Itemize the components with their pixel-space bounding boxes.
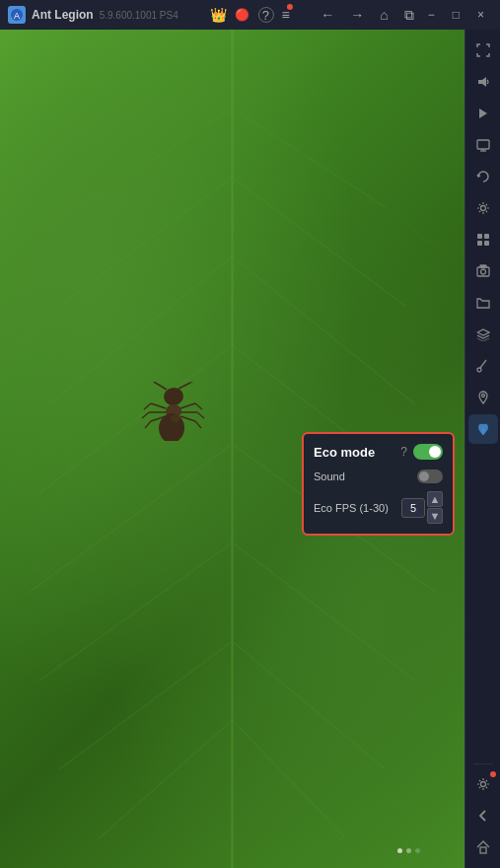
close-button[interactable]: × [469,6,492,24]
settings-bottom-button[interactable] [468,769,498,799]
media-sidebar-button[interactable] [468,99,498,128]
fps-decrement-button[interactable]: ▼ [427,508,443,524]
svg-line-17 [233,641,386,769]
app-icon: A [8,6,26,24]
svg-line-27 [179,383,190,389]
titlebar-center: 👑 🔴 ? ≡ [210,7,289,23]
sound-row: Sound [314,470,443,483]
svg-line-18 [233,720,346,838]
folder-sidebar-button[interactable] [468,288,498,318]
svg-rect-51 [484,241,489,246]
svg-line-34 [145,421,151,428]
sound-toggle[interactable] [417,470,443,483]
eco-popup-title: Eco mode [314,445,375,460]
svg-line-38 [197,412,204,418]
svg-rect-48 [477,234,482,239]
app-version: 5.9.600.1001 PS4 [100,10,179,21]
svg-line-9 [59,641,232,769]
right-sidebar [464,30,500,868]
ant [139,382,198,431]
svg-rect-49 [484,234,489,239]
svg-point-53 [480,269,485,274]
settings-sidebar-button[interactable] [468,193,498,223]
screenshot-sidebar-button[interactable] [468,256,498,286]
main-content: Eco mode ? Sound Eco FPS (1-30) 5 ▲ ▼ [0,30,500,868]
nav-back-button[interactable]: ← [315,5,340,25]
svg-point-57 [481,395,484,398]
apps-sidebar-button[interactable] [468,225,498,254]
svg-line-28 [190,382,196,383]
svg-line-7 [30,444,232,592]
svg-line-29 [151,403,166,408]
svg-line-3 [79,108,232,207]
svg-line-32 [142,412,149,418]
nav-tabs-button[interactable]: ⧉ [398,5,420,26]
sidebar-divider [473,763,493,764]
eco-popup-controls: ? [400,444,443,460]
nav-forward-button[interactable]: → [344,5,370,25]
eco-sidebar-button[interactable] [468,414,498,444]
loading-dot-1 [397,848,402,853]
fullscreen-button[interactable] [468,36,498,65]
eco-help-icon[interactable]: ? [400,445,407,459]
eco-popup-header: Eco mode ? [314,444,443,460]
restore-button[interactable]: □ [445,6,467,24]
display-sidebar-button[interactable] [468,130,498,160]
rotate-sidebar-button[interactable] [468,162,498,191]
svg-line-19 [30,207,79,247]
svg-marker-42 [478,77,486,87]
fps-row: Eco FPS (1-30) 5 ▲ ▼ [314,491,443,524]
svg-line-12 [233,178,405,306]
svg-rect-54 [480,265,486,267]
loading-dot-2 [406,848,411,853]
svg-point-47 [480,206,485,211]
svg-line-36 [195,403,202,409]
loading-indicator [397,848,420,853]
svg-line-4 [59,178,232,306]
brush-sidebar-button[interactable] [468,351,498,381]
app-name: Ant Legion [32,8,94,22]
svg-rect-60 [480,847,486,853]
game-viewport[interactable]: Eco mode ? Sound Eco FPS (1-30) 5 ▲ ▼ [0,30,464,868]
svg-rect-44 [477,140,489,149]
menu-icon[interactable]: ≡ [281,7,289,23]
fps-increment-button[interactable]: ▲ [427,491,443,507]
settings-notification-badge [490,771,496,777]
nav-home-button[interactable]: ⌂ [374,5,393,25]
minimize-button[interactable]: − [420,6,443,24]
home-bottom-button[interactable] [468,832,498,862]
svg-point-56 [477,368,481,372]
fire-icon: 🔴 [235,8,250,22]
svg-line-30 [144,403,151,409]
svg-line-40 [195,421,201,428]
svg-line-10 [99,720,232,838]
svg-rect-50 [477,241,482,246]
svg-line-11 [233,108,386,207]
svg-line-25 [154,382,167,390]
svg-line-35 [180,403,195,408]
titlebar-controls: − □ × [420,6,492,24]
svg-marker-43 [479,108,487,118]
sound-sidebar-button[interactable] [468,67,498,97]
location-sidebar-button[interactable] [468,383,498,412]
fps-label: Eco FPS (1-30) [314,502,389,514]
crown-icon: 👑 [210,7,227,23]
eco-mode-toggle[interactable] [413,444,443,460]
layers-sidebar-button[interactable] [468,320,498,349]
titlebar-nav: ← → ⌂ ⧉ [315,5,419,26]
fps-value: 5 [401,498,425,518]
fps-stepper: 5 ▲ ▼ [401,491,443,524]
svg-line-16 [233,542,415,681]
help-icon[interactable]: ? [257,7,273,23]
titlebar: A Ant Legion 5.9.600.1001 PS4 ← → ⌂ ⧉ 👑 … [0,0,500,30]
loading-dot-3 [415,848,420,853]
sound-label: Sound [314,470,345,482]
svg-line-21 [386,207,435,247]
svg-line-20 [10,306,59,355]
eco-mode-popup: Eco mode ? Sound Eco FPS (1-30) 5 ▲ ▼ [302,432,455,536]
svg-point-59 [480,782,485,787]
back-bottom-button[interactable] [468,801,498,831]
svg-line-13 [233,256,415,404]
svg-text:A: A [14,11,20,21]
svg-line-55 [480,360,486,368]
